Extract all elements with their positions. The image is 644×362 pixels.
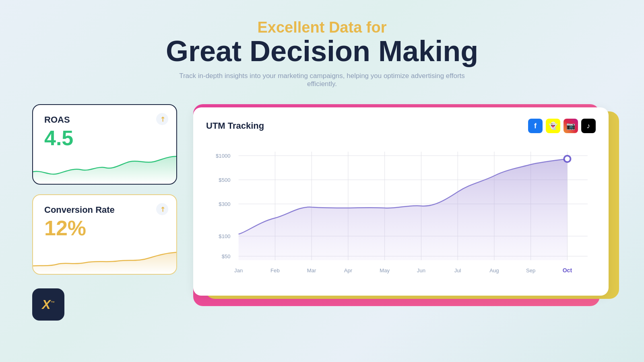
utm-card: UTM Tracking f 👻 📷 ♪ — [193, 107, 609, 296]
roas-title: ROAS — [44, 115, 165, 125]
snapchat-icon[interactable]: 👻 — [546, 119, 560, 133]
svg-text:Oct: Oct — [563, 267, 572, 274]
svg-text:$50: $50 — [222, 253, 231, 259]
svg-text:Jul: Jul — [454, 267, 461, 274]
conversion-value: 12% — [44, 217, 165, 240]
logo-box: X™ — [32, 288, 64, 321]
roas-sparkline — [33, 148, 177, 184]
conversion-arrow-button[interactable]: ↗ — [156, 203, 168, 215]
svg-text:May: May — [380, 267, 390, 274]
svg-text:Aug: Aug — [489, 267, 499, 274]
svg-text:$500: $500 — [219, 177, 230, 183]
svg-text:Apr: Apr — [344, 267, 353, 274]
conversion-title: Conversion Rate — [44, 205, 165, 215]
logo-container: X™ — [32, 288, 177, 321]
header-description: Track in-depth insights into your market… — [165, 72, 479, 88]
utm-header: UTM Tracking f 👻 📷 ♪ — [206, 119, 596, 133]
arrow-up-right-icon: ↗ — [158, 115, 167, 124]
header-subtitle: Excellent Data for — [0, 19, 644, 36]
header-title: Great Decision Making — [0, 36, 644, 67]
svg-text:Feb: Feb — [270, 267, 280, 274]
svg-text:Sep: Sep — [526, 267, 535, 274]
conversion-card: Conversion Rate 12% ↗ — [32, 194, 177, 275]
svg-text:Jun: Jun — [417, 267, 425, 274]
logo-text: X™ — [42, 297, 54, 312]
svg-text:$100: $100 — [219, 233, 230, 239]
conversion-sparkline — [33, 238, 177, 274]
content-area: ROAS 4.5 ↗ Conversion Rate 12% — [0, 104, 644, 321]
svg-text:$300: $300 — [219, 201, 230, 207]
roas-arrow-button[interactable]: ↗ — [156, 113, 168, 125]
svg-text:Mar: Mar — [307, 267, 316, 274]
roas-card: ROAS 4.5 ↗ — [32, 104, 177, 185]
facebook-icon[interactable]: f — [528, 119, 543, 133]
instagram-icon[interactable]: 📷 — [564, 119, 578, 133]
roas-value: 4.5 — [44, 127, 165, 150]
utm-chart: $1000 $500 $300 $100 $50 — [206, 140, 596, 284]
left-column: ROAS 4.5 ↗ Conversion Rate 12% — [32, 104, 177, 321]
utm-chart-svg: $1000 $500 $300 $100 $50 — [206, 140, 596, 284]
social-icons: f 👻 📷 ♪ — [528, 119, 596, 133]
tiktok-icon[interactable]: ♪ — [581, 119, 596, 133]
page-header: Excellent Data for Great Decision Making… — [0, 0, 644, 88]
logo-trademark: ™ — [51, 300, 55, 305]
utm-card-wrapper: UTM Tracking f 👻 📷 ♪ — [193, 104, 612, 299]
svg-text:Jan: Jan — [234, 267, 243, 274]
arrow-up-right-icon: ↗ — [158, 205, 167, 214]
utm-title: UTM Tracking — [206, 121, 264, 131]
logo-letter: X — [42, 297, 50, 312]
svg-point-20 — [565, 156, 570, 161]
svg-text:$1000: $1000 — [216, 153, 230, 159]
